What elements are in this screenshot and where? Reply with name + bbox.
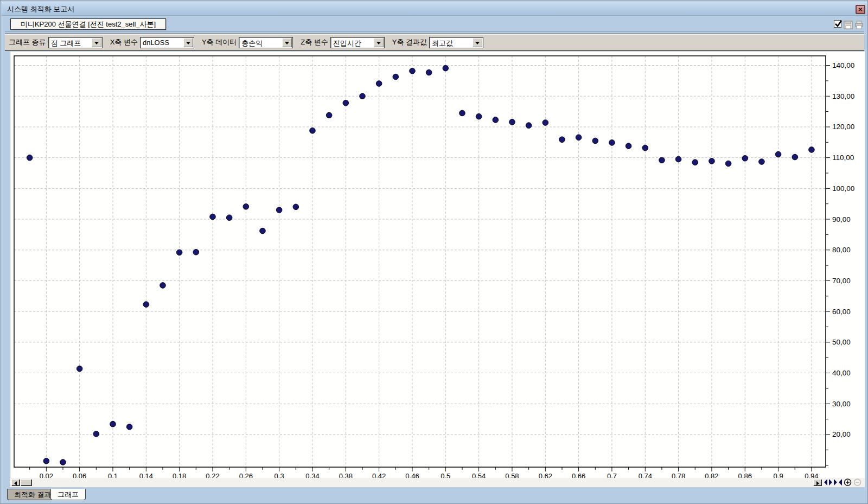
chart-hscrollbar[interactable] <box>10 478 865 487</box>
x-tick-label: 0,14 <box>139 472 153 478</box>
data-point[interactable] <box>93 431 99 437</box>
bottom-tab-bar: 최적화 결과 그래프 <box>5 489 864 501</box>
data-point[interactable] <box>559 137 565 143</box>
data-point[interactable] <box>76 366 82 372</box>
data-point[interactable] <box>226 215 232 221</box>
x-axis-variable-value: dnLOSS <box>143 39 169 47</box>
x-tick-label: 0,26 <box>239 472 253 478</box>
data-point[interactable] <box>393 74 399 80</box>
data-point[interactable] <box>675 156 681 162</box>
data-point[interactable] <box>60 460 66 465</box>
data-point[interactable] <box>609 140 615 146</box>
chevron-down-icon[interactable] <box>282 38 292 47</box>
data-point[interactable] <box>376 81 382 87</box>
y-axis-data-select[interactable]: 총손익 <box>239 37 293 48</box>
chevron-down-icon[interactable] <box>183 38 193 47</box>
report-checkbox[interactable] <box>834 20 841 28</box>
x-tick-label: 0,54 <box>472 472 486 478</box>
data-point[interactable] <box>243 204 249 210</box>
data-point[interactable] <box>709 158 715 164</box>
x-tick-label: 0,7 <box>607 472 617 478</box>
data-point[interactable] <box>293 204 299 210</box>
collapse-horizontal-icon[interactable] <box>833 479 843 486</box>
data-point[interactable] <box>509 119 515 125</box>
data-point[interactable] <box>260 228 266 234</box>
data-point[interactable] <box>360 93 366 99</box>
data-point[interactable] <box>410 68 416 74</box>
expand-horizontal-icon[interactable] <box>824 479 833 486</box>
data-point[interactable] <box>792 154 798 160</box>
data-point[interactable] <box>193 249 199 255</box>
print-icon[interactable] <box>854 21 864 29</box>
report-title-button[interactable]: 미니KP200 선물연결 [전진 test2_sell_사본] <box>10 18 166 30</box>
x-tick-label: 0,34 <box>305 472 319 478</box>
data-point[interactable] <box>426 69 432 75</box>
data-point[interactable] <box>126 424 132 430</box>
y-axis-result-select[interactable]: 최고값 <box>429 37 483 48</box>
data-point[interactable] <box>592 138 598 144</box>
data-point[interactable] <box>210 214 216 220</box>
x-tick-label: 0,9 <box>774 472 783 478</box>
x-tick-label: 0,02 <box>40 472 53 478</box>
data-point[interactable] <box>443 65 449 71</box>
data-point[interactable] <box>725 161 731 167</box>
data-point[interactable] <box>775 151 781 157</box>
data-point[interactable] <box>176 250 182 256</box>
data-point[interactable] <box>626 143 631 149</box>
y-tick-label: 70,00 <box>832 277 851 285</box>
data-point[interactable] <box>343 100 349 106</box>
zoom-out-icon[interactable] <box>853 479 862 486</box>
x-tick-label: 0,66 <box>572 472 585 478</box>
scrollbar-thumb[interactable] <box>21 479 31 486</box>
chevron-down-icon[interactable] <box>92 38 101 47</box>
data-point[interactable] <box>493 117 499 123</box>
data-point[interactable] <box>27 155 33 161</box>
data-point[interactable] <box>742 155 748 161</box>
z-axis-variable-select[interactable]: 진입시간 <box>330 37 385 48</box>
tab-graph[interactable]: 그래프 <box>50 489 86 500</box>
y-tick-label: 20,00 <box>832 430 851 438</box>
data-point[interactable] <box>476 113 482 119</box>
y-tick-label: 110,00 <box>832 154 854 162</box>
data-point[interactable] <box>759 159 765 165</box>
x-tick-label: 0,86 <box>738 472 752 478</box>
data-point[interactable] <box>310 127 316 133</box>
x-tick-label: 0,78 <box>672 472 685 478</box>
x-axis-variable-label: X축 변수 <box>110 37 138 47</box>
scroll-right-button[interactable] <box>813 479 821 486</box>
window-titlebar: 시스템 최적화 보고서 <box>2 2 867 16</box>
x-tick-label: 0,74 <box>639 472 652 478</box>
chevron-down-icon[interactable] <box>374 38 384 47</box>
system-optimization-report-window: 시스템 최적화 보고서 ✕ 미니KP200 선물연결 [전진 test2_sel… <box>0 0 868 504</box>
save-icon[interactable] <box>844 21 853 29</box>
z-axis-variable-value: 진입시간 <box>333 39 361 48</box>
data-point[interactable] <box>659 157 665 163</box>
data-point[interactable] <box>43 458 49 464</box>
data-point[interactable] <box>276 207 282 213</box>
data-point[interactable] <box>542 120 548 126</box>
zoom-in-icon[interactable] <box>843 479 852 486</box>
y-tick-label: 100,00 <box>832 184 854 193</box>
scroll-left-button[interactable] <box>11 479 20 486</box>
graph-type-select[interactable]: 점 그래프 <box>48 37 103 48</box>
x-axis-variable-select[interactable]: dnLOSS <box>140 37 194 48</box>
data-point[interactable] <box>143 302 149 308</box>
data-point[interactable] <box>692 160 698 165</box>
data-point[interactable] <box>160 283 166 289</box>
x-tick-label: 0,46 <box>405 472 419 478</box>
x-tick-label: 0,3 <box>275 472 284 478</box>
data-point[interactable] <box>459 110 465 116</box>
chart-toolbar: 그래프 종류 점 그래프 X축 변수 dnLOSS Y축 데이터 총손익 Z축 … <box>5 34 864 51</box>
data-point[interactable] <box>110 421 116 427</box>
y-axis-result-label: Y축 결과값 <box>392 37 427 47</box>
data-point[interactable] <box>326 112 332 118</box>
data-point[interactable] <box>576 135 582 141</box>
graph-type-value: 점 그래프 <box>51 39 81 48</box>
data-point[interactable] <box>642 145 648 151</box>
data-point[interactable] <box>809 147 815 153</box>
chevron-down-icon[interactable] <box>473 38 482 47</box>
x-tick-label: 0,82 <box>705 472 718 478</box>
close-button[interactable]: ✕ <box>856 5 865 14</box>
data-point[interactable] <box>526 123 532 129</box>
x-tick-label: 0,18 <box>173 472 186 478</box>
